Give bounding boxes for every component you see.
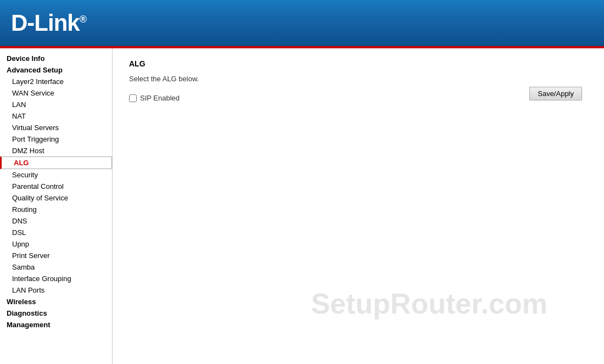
sip-enabled-checkbox[interactable] — [129, 94, 137, 102]
sidebar-item-advanced-setup[interactable]: Advanced Setup — [0, 64, 112, 76]
sidebar-item-wan-service[interactable]: WAN Service — [0, 87, 112, 99]
reg-symbol: ® — [80, 14, 86, 25]
sidebar-item-quality-of-service[interactable]: Quality of Service — [0, 192, 112, 204]
sidebar-item-management[interactable]: Management — [0, 319, 112, 331]
sidebar-item-diagnostics[interactable]: Diagnostics — [0, 307, 112, 319]
page-title: ALG — [129, 59, 588, 68]
sidebar-item-layer2-interface[interactable]: Layer2 Interface — [0, 76, 112, 87]
sidebar-item-dmz-host[interactable]: DMZ Host — [0, 145, 112, 156]
sip-enabled-label: SIP Enabled — [140, 94, 180, 102]
sidebar-item-nat[interactable]: NAT — [0, 110, 112, 122]
content-area: ALG Select the ALG below. SIP Enabled Sa… — [113, 48, 604, 364]
sidebar-item-upnp[interactable]: Upnp — [0, 238, 112, 250]
watermark: SetupRouter.com — [311, 287, 547, 320]
sidebar-item-port-triggering[interactable]: Port Triggering — [0, 133, 112, 145]
sidebar-item-security[interactable]: Security — [0, 169, 112, 181]
sidebar-item-samba[interactable]: Samba — [0, 261, 112, 273]
sidebar-item-alg[interactable]: ALG — [0, 156, 112, 169]
sip-form-row: SIP Enabled — [129, 94, 588, 102]
sidebar-item-lan-ports[interactable]: LAN Ports — [0, 284, 112, 296]
page-description: Select the ALG below. — [129, 75, 588, 83]
sidebar-item-print-server[interactable]: Print Server — [0, 250, 112, 261]
sidebar-item-lan[interactable]: LAN — [0, 99, 112, 110]
sidebar-item-interface-grouping[interactable]: Interface Grouping — [0, 273, 112, 284]
main-layout: Device InfoAdvanced SetupLayer2 Interfac… — [0, 48, 604, 364]
sidebar: Device InfoAdvanced SetupLayer2 Interfac… — [0, 48, 113, 364]
save-apply-button[interactable]: Save/Apply — [529, 87, 582, 100]
dlink-logo: D-Link® — [11, 10, 86, 36]
sidebar-item-dsl[interactable]: DSL — [0, 227, 112, 238]
sidebar-item-parental-control[interactable]: Parental Control — [0, 181, 112, 192]
sidebar-item-virtual-servers[interactable]: Virtual Servers — [0, 122, 112, 133]
sidebar-item-dns[interactable]: DNS — [0, 215, 112, 227]
sidebar-item-routing[interactable]: Routing — [0, 204, 112, 215]
header: D-Link® — [0, 0, 604, 48]
sidebar-item-device-info[interactable]: Device Info — [0, 53, 112, 64]
sidebar-item-wireless[interactable]: Wireless — [0, 296, 112, 307]
